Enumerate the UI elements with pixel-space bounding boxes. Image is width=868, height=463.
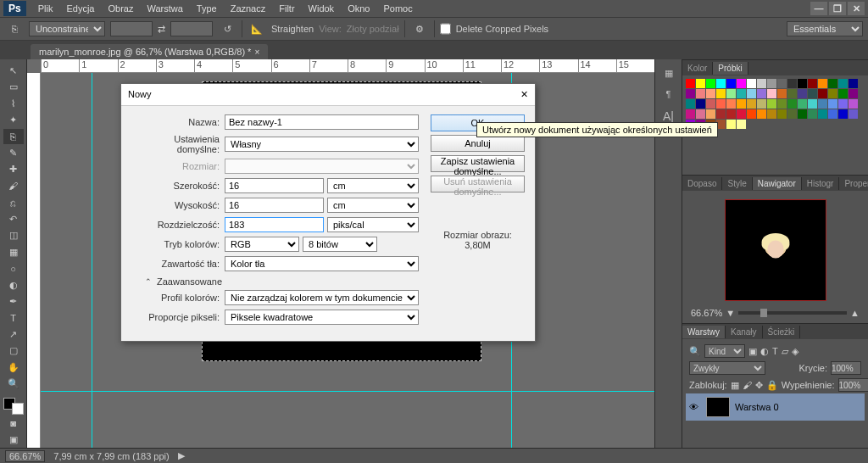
menu-window[interactable]: Okno bbox=[341, 2, 376, 15]
info-menu-arrow[interactable]: ▶ bbox=[178, 450, 185, 461]
swatch[interactable] bbox=[737, 89, 746, 98]
crop-height-input[interactable] bbox=[170, 21, 213, 36]
filter-smart-icon[interactable]: ◈ bbox=[792, 346, 798, 357]
tab-properties[interactable]: Properti bbox=[839, 177, 868, 190]
blur-tool[interactable]: ○ bbox=[3, 260, 24, 276]
swatch[interactable] bbox=[757, 99, 766, 109]
move-tool[interactable]: ↖ bbox=[3, 63, 24, 78]
swatch[interactable] bbox=[726, 99, 736, 109]
swatch[interactable] bbox=[686, 79, 695, 88]
swatch[interactable] bbox=[838, 89, 848, 98]
swap-icon[interactable]: ⇄ bbox=[158, 24, 165, 35]
swatch[interactable] bbox=[818, 109, 827, 119]
heal-tool[interactable]: ✚ bbox=[3, 162, 24, 177]
swatch[interactable] bbox=[808, 109, 817, 119]
color-profile-select[interactable]: Nie zarządzaj kolorem w tym dokumencie bbox=[225, 290, 419, 305]
zoom-input[interactable]: 66.67% bbox=[5, 450, 45, 462]
crop-mode-select[interactable]: Unconstrained bbox=[29, 21, 105, 36]
preset-select[interactable]: Własny bbox=[225, 137, 419, 152]
save-preset-button[interactable]: Zapisz ustawienia domyślne... bbox=[431, 155, 525, 172]
menu-file[interactable]: Plik bbox=[31, 2, 60, 15]
swatch[interactable] bbox=[838, 109, 848, 119]
character-shortcut-icon[interactable]: A| bbox=[663, 109, 674, 123]
gear-icon[interactable]: ⚙ bbox=[410, 20, 429, 38]
bit-depth-select[interactable]: 8 bitów bbox=[303, 237, 377, 252]
cancel-button[interactable]: Anuluj bbox=[431, 135, 525, 152]
tab-styles[interactable]: Style bbox=[722, 177, 752, 190]
path-tool[interactable]: ↗ bbox=[3, 326, 24, 342]
swatch[interactable] bbox=[767, 99, 776, 109]
color-swatches-toggle[interactable] bbox=[3, 398, 24, 415]
swatch[interactable] bbox=[777, 89, 787, 98]
dialog-close-icon[interactable]: ✕ bbox=[520, 89, 528, 100]
zoom-out-icon[interactable]: ▼ bbox=[726, 308, 735, 318]
swatch[interactable] bbox=[747, 109, 756, 119]
swatch[interactable] bbox=[798, 89, 807, 98]
swatch[interactable] bbox=[808, 99, 817, 109]
swatch[interactable] bbox=[686, 99, 695, 109]
swatch[interactable] bbox=[706, 89, 715, 98]
tab-swatches[interactable]: Próbki bbox=[713, 62, 748, 75]
swatch[interactable] bbox=[828, 79, 837, 88]
hand-tool[interactable]: ✋ bbox=[3, 360, 24, 375]
eyedropper-tool[interactable]: ✎ bbox=[3, 145, 24, 160]
fill-input[interactable] bbox=[838, 378, 868, 392]
menu-select[interactable]: Zaznacz bbox=[224, 2, 273, 15]
height-unit-select[interactable]: cm bbox=[327, 198, 419, 213]
swatch[interactable] bbox=[787, 99, 797, 109]
zoom-slider[interactable] bbox=[738, 311, 847, 315]
brush-tool[interactable]: 🖌 bbox=[3, 178, 24, 193]
layer-row[interactable]: 👁 Warstwa 0 bbox=[686, 393, 865, 421]
maximize-button[interactable]: ❐ bbox=[829, 2, 846, 15]
menu-view[interactable]: Widok bbox=[302, 2, 342, 15]
layer-thumbnail[interactable] bbox=[706, 397, 730, 417]
dodge-tool[interactable]: ◐ bbox=[3, 277, 24, 293]
swatch[interactable] bbox=[787, 79, 797, 88]
swatch[interactable] bbox=[767, 79, 776, 88]
search-icon[interactable]: 🔍 bbox=[689, 346, 701, 357]
opacity-input[interactable] bbox=[831, 361, 861, 375]
tab-color[interactable]: Kolor bbox=[682, 62, 713, 75]
swatch[interactable] bbox=[726, 109, 736, 119]
shape-tool[interactable]: ▢ bbox=[3, 343, 24, 359]
swatch[interactable] bbox=[737, 109, 746, 119]
paragraph-shortcut-icon[interactable]: ¶ bbox=[666, 89, 671, 99]
eraser-tool[interactable]: ◫ bbox=[3, 228, 24, 243]
screenmode-tool[interactable]: ▣ bbox=[3, 432, 24, 448]
document-tab[interactable]: marilyn_monroe.jpg @ 66,7% (Warstwa 0,RG… bbox=[31, 44, 268, 59]
close-window-button[interactable]: ✕ bbox=[848, 2, 865, 15]
zoom-in-icon[interactable]: ▲ bbox=[850, 308, 860, 318]
crop-tool[interactable]: ⎘ bbox=[3, 129, 24, 144]
menu-edit[interactable]: Edycja bbox=[59, 2, 101, 15]
swatch[interactable] bbox=[747, 79, 756, 88]
advanced-toggle[interactable]: ⌃ Zaawansowane bbox=[145, 276, 419, 287]
straighten-icon[interactable]: 📐 bbox=[248, 20, 266, 38]
name-input[interactable] bbox=[225, 114, 419, 130]
swatch[interactable] bbox=[716, 109, 726, 119]
swatch[interactable] bbox=[696, 79, 705, 88]
swatch[interactable] bbox=[777, 99, 787, 109]
swatch[interactable] bbox=[767, 109, 776, 119]
tab-histogram[interactable]: Histogr bbox=[802, 177, 840, 190]
background-color[interactable] bbox=[12, 403, 24, 415]
quickmask-tool[interactable]: ◙ bbox=[3, 416, 24, 431]
swatch[interactable] bbox=[798, 79, 807, 88]
tab-channels[interactable]: Kanały bbox=[726, 326, 763, 338]
swatch[interactable] bbox=[838, 79, 848, 88]
swatch[interactable] bbox=[818, 79, 827, 88]
filter-adjust-icon[interactable]: ◐ bbox=[760, 346, 769, 357]
width-input[interactable] bbox=[225, 178, 324, 193]
swatch[interactable] bbox=[696, 109, 705, 119]
tab-paths[interactable]: Ścieżki bbox=[763, 326, 801, 338]
menu-type[interactable]: Type bbox=[190, 2, 224, 15]
menu-filter[interactable]: Filtr bbox=[272, 2, 301, 15]
background-select[interactable]: Kolor tła bbox=[225, 256, 419, 271]
swatch[interactable] bbox=[706, 99, 715, 109]
swatches-shortcut-icon[interactable]: ▦ bbox=[665, 68, 673, 79]
filter-image-icon[interactable]: ▣ bbox=[748, 346, 757, 357]
wand-tool[interactable]: ✦ bbox=[3, 112, 24, 127]
workspace-select[interactable]: Essentials bbox=[787, 21, 863, 36]
width-unit-select[interactable]: cm bbox=[327, 178, 419, 193]
menu-image[interactable]: Obraz bbox=[101, 2, 140, 15]
swatch[interactable] bbox=[818, 99, 827, 109]
